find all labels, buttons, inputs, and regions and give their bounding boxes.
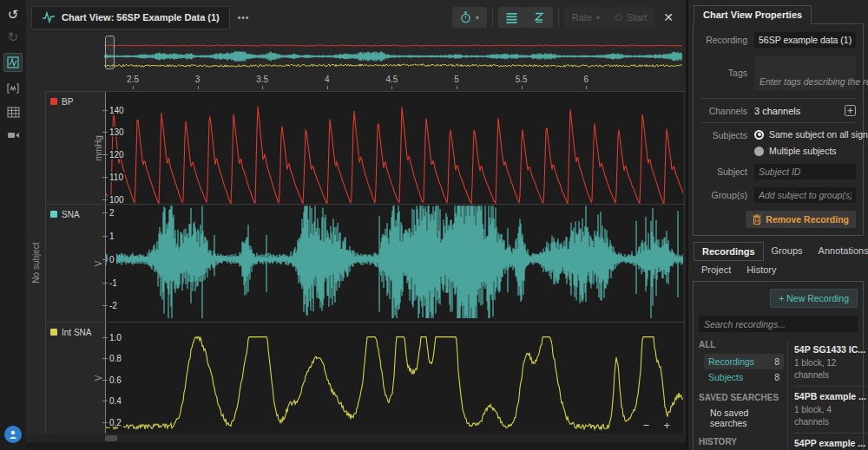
y-tick-label: 120 [108,150,126,160]
new-recording-button[interactable]: + New Recording [770,289,858,308]
right-sidebar: Chart View Properties Recording Tags Ent… [686,0,868,450]
stopwatch-icon [460,11,471,23]
channel-area: No subject BP mmHg 140130120110100 [26,91,686,434]
recording-card[interactable]: 54P SG1433 IC... 1 block, 12 channels [794,340,868,386]
tags-input[interactable]: Enter tags describing the recording [754,55,856,90]
tab-groups[interactable]: Groups [764,242,811,261]
remove-recording-label: Remove Recording [766,214,849,225]
tab-annotations[interactable]: Annotations [811,242,868,261]
horizontal-scrollbar-thumb[interactable] [105,435,117,441]
channel-row-bp: BP mmHg 140130120110100 [46,91,686,204]
y-tick-label: 110 [108,173,125,182]
radio-same-subject[interactable]: Same subject on all signals [754,129,868,140]
channel-name-sna[interactable]: SNA [62,210,80,219]
remove-recording-button[interactable]: Remove Recording [746,211,856,228]
redo-icon[interactable]: ↻ [8,30,19,43]
recording-card-meta: 1 block, 4 channels [794,404,857,427]
tab-history[interactable]: History [739,261,784,278]
channel-label-sna: SNA V [46,205,105,322]
chart-view-tab[interactable]: Chart View: 56SP Example Data (1) [31,6,230,29]
radio-selected-icon [754,130,764,140]
radio-multiple-subjects-label: Multiple subjects [769,146,837,156]
time-tick-label: 3.5 [256,75,268,84]
overview-selection-handle[interactable] [105,36,115,69]
channel-unit-sna: V [94,260,103,266]
time-tick-label: 5.5 [516,75,528,84]
nav-history-header: HISTORY [699,437,784,447]
time-tick-mark [586,86,587,89]
subject-label: Subject [700,166,747,177]
y-tick-label: 1.0 [108,332,123,342]
y-tick-label: 0.6 [108,375,123,384]
groups-label: Group(s) [700,190,747,200]
tab-recordings[interactable]: Recordings [694,242,764,261]
channel-name-bp[interactable]: BP [62,97,73,107]
rate-dropdown-button[interactable]: Rate ▾ [564,7,608,28]
tab-project[interactable]: Project [694,261,739,278]
recording-card-title: 54P SG1433 IC... [794,344,866,355]
stopwatch-dropdown-button[interactable]: ▾ [452,7,487,28]
channel-color-chip-bp [50,98,57,105]
autoscale-button[interactable] [525,7,553,28]
plot-intsna[interactable]: 1.00.80.60.40.2 [105,323,683,434]
video-icon[interactable] [6,128,20,142]
y-tick-label: 1 [108,232,116,241]
recording-card[interactable]: 54PP example ... 1 block, 9 channels [794,433,868,450]
chart-pulse-glyph [7,56,19,68]
time-tick-mark [522,86,523,89]
close-icon[interactable]: ✕ [654,10,679,24]
subject-id-input[interactable] [754,164,856,179]
horizontal-scrollbar[interactable] [26,434,686,442]
time-tick-label: 5 [454,75,459,84]
zoom-out-button[interactable]: − [643,419,650,432]
table-view-icon[interactable] [6,105,20,119]
radio-multiple-subjects[interactable]: Multiple subjects [754,146,868,156]
properties-panel-tab[interactable]: Chart View Properties [694,5,812,24]
nav-subjects-count: 8 [774,372,779,382]
time-axis-row: 2.533.544.555.56 [26,72,686,91]
recording-card[interactable]: 54PB example ... 1 block, 4 channels [794,386,868,433]
time-tick-label: 4.5 [385,75,398,84]
chart-view-properties-panel: Chart View Properties Recording Tags Ent… [688,0,868,236]
nav-item-subjects[interactable]: Subjects 8 [704,369,784,385]
nav-item-recordings[interactable]: Recordings 8 [704,354,784,369]
add-channel-button[interactable] [845,105,856,116]
y-tick-label: -1 [108,277,119,287]
time-tick-mark [133,86,134,89]
groups-input[interactable] [754,187,856,203]
chart-view-icon[interactable] [3,53,23,72]
tab-overflow-menu-icon[interactable]: ••• [238,13,250,23]
undo-icon[interactable]: ↺ [8,8,19,21]
subject-label: No subject [31,242,41,283]
user-avatar[interactable] [4,426,22,443]
time-tick-mark [198,86,199,89]
y-tick-label: -2 [108,301,119,310]
stack-channels-button[interactable] [498,7,525,28]
channel-name-intsna[interactable]: Int SNA [62,328,91,337]
y-tick-label: 0.2 [108,418,123,427]
chart-tab-title: Chart View: 56SP Example Data (1) [62,12,220,23]
recording-card-list: 54P SG1433 IC... 1 block, 12 channels 54… [787,340,868,450]
start-label: Start [627,12,647,23]
stacked-lines-icon [506,12,517,23]
recording-name-input[interactable] [754,32,856,48]
trash-icon [753,214,761,225]
search-recordings-input[interactable] [699,316,858,332]
rate-label: Rate [572,12,592,23]
tags-placeholder: Enter tags describing the recording [760,76,868,87]
subject-gutter: No subject [26,91,45,434]
plot-sna[interactable]: 210-1-2 [105,205,683,322]
recording-card-title: 54PB example ... [794,391,866,401]
plot-bp[interactable]: 140130120110100 [105,92,683,204]
zoom-in-button[interactable]: + [663,419,670,432]
overview-strip[interactable] [104,35,682,72]
nav-subjects-label: Subjects [708,372,743,382]
time-axis[interactable]: 2.533.544.555.56 [104,72,682,91]
time-tick-label: 3 [195,75,201,84]
y-tick-label: 130 [108,127,126,137]
toolbar-divider [492,8,493,27]
start-sampling-button[interactable]: Start [608,7,654,28]
record-dot-icon [615,14,622,21]
window-bottom-strip [26,442,686,450]
signal-brackets-icon[interactable] [6,82,20,95]
